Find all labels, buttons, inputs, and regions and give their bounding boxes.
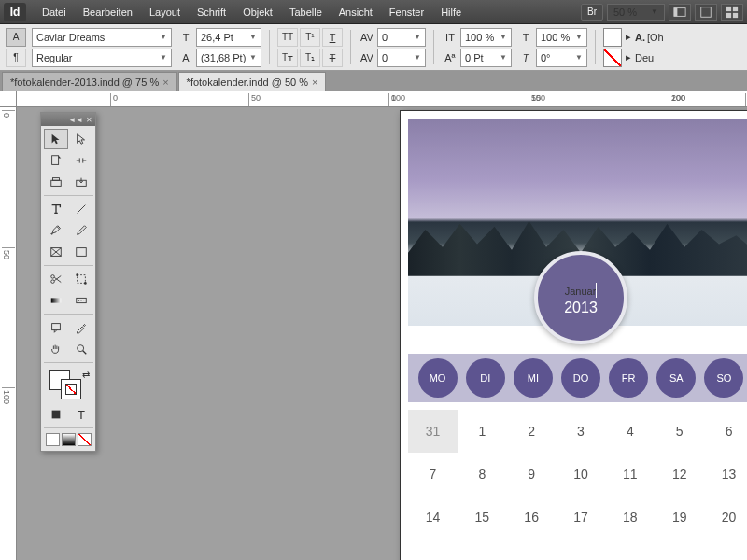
menu-fenster[interactable]: Fenster (381, 7, 432, 18)
font-style-dropdown[interactable]: Regular▼ (32, 49, 172, 67)
calendar-day[interactable]: 18 (605, 496, 655, 539)
hscale-input[interactable]: 100 %▼ (536, 28, 587, 47)
swap-colors-icon[interactable]: ⇄ (82, 370, 90, 380)
bridge-button[interactable]: Br (581, 4, 603, 21)
arrange-icon[interactable] (721, 4, 743, 21)
kerning-input[interactable]: 0▼ (377, 28, 426, 47)
stroke-color-icon[interactable] (61, 379, 81, 399)
gap-tool-icon[interactable] (69, 150, 93, 171)
screen-mode-icon[interactable] (695, 4, 717, 21)
calendar-day[interactable]: 13 (704, 453, 747, 496)
paragraph-mode-icon[interactable]: ¶ (6, 49, 26, 67)
type-tool-icon[interactable] (44, 199, 68, 219)
underline-icon[interactable]: T (322, 28, 343, 47)
calendar-day[interactable]: 20 (704, 496, 747, 539)
weekday-circle[interactable]: SA (656, 358, 696, 398)
ruler-origin[interactable] (0, 91, 17, 107)
menu-tabelle[interactable]: Tabelle (281, 7, 331, 18)
gradient-swatch-tool-icon[interactable] (44, 290, 68, 311)
selection-tool-icon[interactable] (44, 129, 68, 149)
strikethrough-icon[interactable]: T (322, 49, 343, 67)
tracking-input[interactable]: 0▼ (377, 49, 426, 67)
character-mode-icon[interactable]: A (6, 28, 26, 47)
content-placer-icon[interactable] (69, 172, 93, 192)
pencil-tool-icon[interactable] (69, 220, 93, 241)
calendar-day[interactable]: 10 (557, 453, 606, 496)
view-options-icon[interactable] (669, 4, 691, 21)
line-tool-icon[interactable] (69, 199, 93, 219)
allcaps-icon[interactable]: TT (277, 28, 298, 47)
canvas[interactable]: Januar 2013 MODIMIDOFRSASO 3112345678910… (17, 107, 747, 560)
calendar-day[interactable]: 15 (458, 496, 507, 539)
gradient-feather-tool-icon[interactable] (69, 290, 93, 311)
calendar-day[interactable]: 1 (458, 410, 507, 453)
eyedropper-tool-icon[interactable] (69, 317, 93, 338)
content-collector-icon[interactable] (44, 172, 68, 192)
hand-tool-icon[interactable] (44, 339, 68, 359)
free-transform-tool-icon[interactable] (69, 269, 93, 289)
superscript-icon[interactable]: T¹ (300, 28, 320, 47)
year-text[interactable]: 2013 (564, 300, 598, 316)
rectangle-tool-icon[interactable] (69, 242, 93, 262)
calendar-day[interactable]: 11 (605, 453, 655, 496)
calendar-day[interactable]: 7 (408, 453, 458, 496)
calendar-day[interactable]: 4 (605, 410, 655, 453)
close-icon[interactable]: ✕ (86, 116, 92, 124)
panel-header[interactable]: ◄◄✕ (41, 113, 95, 126)
document-tab[interactable]: *fotokalender.indd @ 50 %× (178, 72, 327, 91)
weekday-circle[interactable]: MO (418, 358, 458, 398)
baseline-input[interactable]: 0 Pt▼ (460, 49, 512, 67)
menu-hilfe[interactable]: Hilfe (432, 7, 470, 18)
calendar-day[interactable]: 5 (655, 410, 704, 453)
calendar-day[interactable]: 6 (704, 410, 747, 453)
calendar-grid[interactable]: 311234567891011121314151617181920 (408, 410, 747, 539)
menu-datei[interactable]: Datei (34, 7, 75, 18)
calendar-day[interactable]: 19 (655, 496, 704, 539)
formatting-text-icon[interactable]: T (69, 404, 93, 425)
weekday-circle[interactable]: MI (514, 358, 553, 398)
stroke-swatch[interactable] (603, 49, 622, 67)
smallcaps-icon[interactable]: Tᴛ (277, 49, 298, 67)
apply-none-icon[interactable] (46, 433, 60, 446)
menu-layout[interactable]: Layout (141, 7, 189, 18)
font-size-input[interactable]: 26,4 Pt▼ (196, 28, 261, 47)
month-text[interactable]: Januar (565, 286, 597, 297)
apply-gradient-icon[interactable] (62, 433, 76, 446)
document-tab[interactable]: *fotokalender-2013.indd @ 75 %× (2, 72, 177, 91)
fill-stroke-control[interactable]: ⇄ (46, 370, 92, 399)
vertical-ruler[interactable]: 050100 (0, 107, 17, 560)
page-tool-icon[interactable] (44, 150, 68, 171)
weekday-circle[interactable]: DI (466, 358, 505, 398)
weekday-row[interactable]: MODIMIDOFRSASO (408, 354, 747, 402)
apply-color-icon[interactable] (78, 433, 92, 446)
weekday-circle[interactable]: SO (704, 358, 743, 398)
subscript-icon[interactable]: T₁ (300, 49, 320, 67)
zoom-dropdown[interactable]: 50 %▼ (607, 4, 665, 21)
month-badge[interactable]: Januar 2013 (534, 251, 627, 344)
calendar-day[interactable]: 16 (507, 496, 557, 539)
vscale-input[interactable]: 100 %▼ (460, 28, 512, 47)
tab-close-icon[interactable]: × (162, 77, 168, 88)
direct-selection-tool-icon[interactable] (69, 129, 93, 149)
document-page[interactable]: Januar 2013 MODIMIDOFRSASO 3112345678910… (400, 110, 747, 560)
weekday-circle[interactable]: FR (609, 358, 648, 398)
weekday-circle[interactable]: DO (561, 358, 600, 398)
leading-input[interactable]: (31,68 Pt)▼ (196, 49, 261, 67)
calendar-day[interactable]: 8 (458, 453, 507, 496)
collapse-icon[interactable]: ◄◄ (68, 116, 83, 124)
pen-tool-icon[interactable] (44, 220, 68, 241)
fill-swatch[interactable] (603, 28, 622, 47)
zoom-tool-icon[interactable] (69, 339, 93, 359)
menu-bearbeiten[interactable]: Bearbeiten (75, 7, 141, 18)
formatting-container-icon[interactable] (44, 404, 68, 425)
scissors-tool-icon[interactable] (44, 269, 68, 289)
calendar-day[interactable]: 3 (557, 410, 606, 453)
horizontal-ruler[interactable]: 050100150200050100150 (17, 91, 747, 107)
note-tool-icon[interactable] (44, 317, 68, 338)
menu-schrift[interactable]: Schrift (189, 7, 234, 18)
menu-ansicht[interactable]: Ansicht (331, 7, 381, 18)
calendar-day[interactable]: 31 (408, 410, 458, 453)
calendar-day[interactable]: 2 (507, 410, 557, 453)
tools-panel[interactable]: ◄◄✕ ⇄ T (40, 112, 96, 452)
skew-input[interactable]: 0°▼ (536, 49, 587, 67)
